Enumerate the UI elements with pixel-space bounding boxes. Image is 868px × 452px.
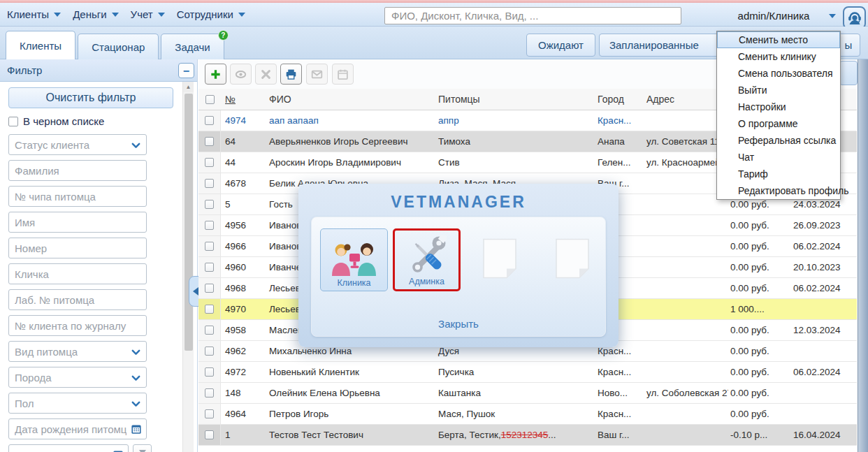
filter-panel: Фильтр − Очистить фильтр В черном списке…: [0, 59, 198, 452]
clear-filter-button[interactable]: Очистить фильтр: [8, 87, 173, 108]
tile-empty-1[interactable]: [465, 228, 533, 291]
view-button[interactable]: [230, 64, 252, 85]
print-button[interactable]: [280, 64, 302, 85]
chevron-down-icon: [238, 13, 245, 17]
tab-tasks[interactable]: Задачи?: [161, 34, 224, 59]
window-scrollbar[interactable]: [858, 59, 868, 452]
tab-label: Запланированные: [609, 39, 699, 51]
pet-chip-input[interactable]: [8, 186, 147, 207]
cell-address: [644, 173, 728, 194]
cell-fio: Тестов Тест Тестович: [267, 425, 436, 445]
user-menu-item[interactable]: О программе: [717, 115, 840, 132]
row-checkbox-cell: [198, 215, 221, 235]
user-menu-item[interactable]: Редактировать профиль: [717, 182, 840, 199]
row-checkbox[interactable]: [205, 347, 214, 356]
tile-clinic[interactable]: Клиника: [320, 228, 388, 291]
user-menu-item[interactable]: Тариф: [717, 166, 840, 182]
select-all-checkbox[interactable]: [205, 95, 215, 104]
pet-type-select[interactable]: Вид питомца: [8, 341, 147, 362]
row-checkbox[interactable]: [205, 326, 214, 335]
row-checkbox[interactable]: [205, 179, 214, 188]
menu-accounting[interactable]: Учет: [131, 8, 165, 20]
chevron-down-icon: [158, 13, 165, 17]
cell-pets: Стив: [436, 152, 595, 173]
filter-extra-button[interactable]: [133, 444, 152, 452]
table-row[interactable]: 4964Петров ИгорьМася, ПушокКрасн...0.00 …: [198, 404, 857, 425]
firstname-input[interactable]: [8, 212, 147, 233]
cell-address: [644, 320, 728, 340]
add-button[interactable]: [205, 64, 226, 85]
delete-button[interactable]: [255, 64, 277, 85]
client-status-select[interactable]: Статус клиента: [8, 134, 147, 155]
user-menu-item[interactable]: Настройки: [717, 99, 840, 115]
cell-fio: Ароскин Игорь Владимирович: [267, 152, 436, 173]
blacklist-filter[interactable]: В черном списке: [8, 115, 104, 127]
menu-clients[interactable]: Клиенты: [7, 8, 61, 20]
row-checkbox[interactable]: [205, 137, 214, 146]
email-button[interactable]: [306, 64, 328, 85]
cell-visit: [790, 341, 857, 361]
menu-money[interactable]: Деньги: [73, 8, 118, 20]
column-header-pets[interactable]: Питомцы: [436, 89, 595, 110]
scroll-up-icon[interactable]: ▲: [183, 82, 194, 92]
user-menu-item[interactable]: Реферальная ссылка: [717, 132, 840, 149]
client-journal-input[interactable]: [8, 315, 147, 336]
row-checkbox[interactable]: [205, 263, 214, 272]
user-menu-item[interactable]: Выйти: [717, 82, 840, 99]
pet-nickname-input[interactable]: [8, 263, 147, 284]
column-header-fio[interactable]: ФИО: [267, 89, 436, 110]
cell-visit: 16.04.2024: [790, 425, 857, 445]
sex-select[interactable]: Пол: [8, 393, 147, 414]
pet-birthdate-input[interactable]: Дата рождения питомц: [8, 418, 147, 439]
row-checkbox[interactable]: [205, 158, 214, 167]
table-row[interactable]: 4972Новенький КлиентикПусичкаКрасн...0.0…: [198, 362, 857, 383]
phone-input[interactable]: [8, 238, 147, 258]
blacklist-checkbox[interactable]: [8, 117, 18, 126]
column-header-city[interactable]: Город: [595, 89, 644, 110]
tab-waiting[interactable]: Ожидают: [526, 34, 595, 57]
tile-admin[interactable]: Админка: [393, 228, 461, 291]
pet-lab-input[interactable]: [8, 289, 147, 310]
row-checkbox[interactable]: [205, 200, 214, 209]
tab-inpatient[interactable]: Стационар: [78, 34, 159, 59]
row-checkbox[interactable]: [205, 388, 214, 398]
row-checkbox[interactable]: [205, 409, 214, 418]
calendar-button[interactable]: [332, 64, 354, 85]
lastname-input[interactable]: [8, 160, 147, 181]
clinic-icon: [328, 241, 381, 276]
cell-address: [644, 236, 728, 256]
search-input[interactable]: [384, 7, 681, 24]
menu-staff[interactable]: Сотрудники: [177, 8, 245, 20]
breed-select[interactable]: Порода: [8, 367, 147, 388]
cell-pets: Тимоха: [436, 131, 595, 152]
user-menu-item[interactable]: Чат: [717, 149, 840, 166]
column-header-address[interactable]: Адрес: [644, 89, 728, 110]
cell-city: Ваш г...: [595, 425, 644, 445]
row-checkbox[interactable]: [205, 430, 214, 439]
filter-title: Фильтр: [0, 64, 42, 76]
row-checkbox[interactable]: [205, 116, 214, 125]
row-checkbox[interactable]: [205, 305, 214, 314]
row-checkbox[interactable]: [205, 367, 214, 377]
column-header-num[interactable]: №: [221, 89, 267, 110]
scrollbar-thumb[interactable]: [185, 94, 193, 351]
tab-scheduled[interactable]: Запланированные: [599, 34, 732, 57]
cell-address: [644, 341, 728, 361]
table-row[interactable]: 148Олейник Елена ЮрьевнаКаштанкаНово...у…: [198, 383, 857, 404]
row-checkbox[interactable]: [205, 284, 214, 293]
modal-close-button[interactable]: Закрыть: [312, 318, 605, 330]
date-extra-input[interactable]: Д: [8, 444, 129, 452]
cell-fio: аап аапаап: [267, 110, 436, 131]
user-menu-item[interactable]: Сменить место: [717, 31, 840, 48]
filter-collapse-button[interactable]: −: [178, 63, 194, 78]
row-checkbox[interactable]: [205, 221, 214, 230]
cell-city: Анапа: [595, 131, 644, 152]
table-row[interactable]: 1Тестов Тест ТестовичБерта, Тестик, 1523…: [198, 425, 857, 446]
tab-clients[interactable]: Клиенты: [6, 31, 75, 59]
user-menu-trigger[interactable]: admin/Клиника: [718, 6, 839, 26]
tile-empty-2[interactable]: [538, 228, 606, 291]
user-menu-item[interactable]: Сменить клинику: [717, 48, 840, 65]
row-checkbox[interactable]: [205, 242, 214, 251]
sidebar-scrollbar[interactable]: ▲: [182, 82, 194, 452]
user-menu-item[interactable]: Смена пользователя: [717, 65, 840, 82]
